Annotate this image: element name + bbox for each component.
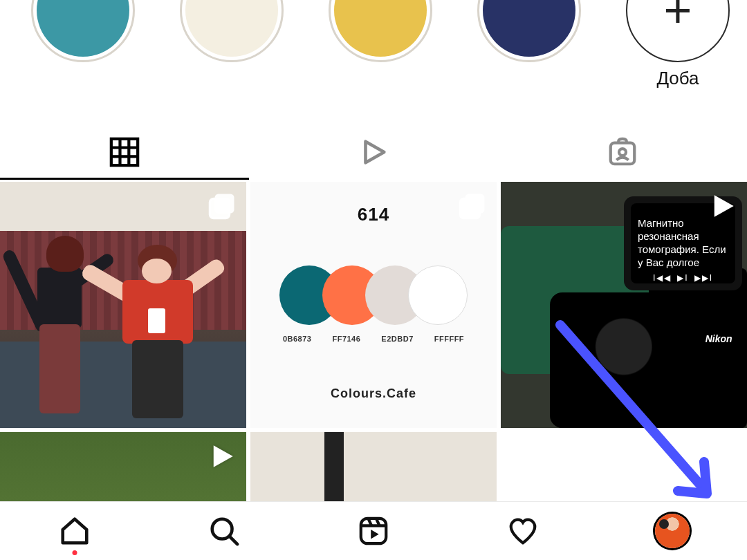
plus-icon: + [664,0,692,35]
svg-rect-0 [111,139,138,165]
palette-swatches [250,265,497,325]
tagged-icon [607,136,638,168]
post-thumbnail[interactable] [0,182,246,428]
highlight-add[interactable]: + Доба [626,0,730,89]
post-thumbnail[interactable] [250,432,497,501]
highlight-item[interactable] [329,0,432,62]
highlight-item[interactable] [31,0,135,62]
svg-rect-13 [361,519,386,543]
post-thumbnail[interactable] [501,432,747,501]
carousel-icon [208,192,237,221]
posts-grid: 614 0B6873 FF7146 E2DBD7 FFFFFF Colours.… [0,182,747,501]
post-thumbnail[interactable] [0,432,246,501]
svg-rect-10 [461,199,480,218]
profile-avatar [655,514,690,548]
svg-rect-5 [611,143,635,165]
highlight-item[interactable] [180,0,284,62]
search-icon [208,515,240,547]
video-play-icon [708,192,737,221]
svg-line-12 [230,537,238,545]
post-thumbnail[interactable]: Nikon Магнитно резонансная томография. Е… [501,182,747,428]
highlight-add-label: Доба [656,68,699,89]
camera-brand-label: Nikon [706,333,732,344]
highlight-cover [334,0,427,57]
palette-brand: Colours.Cafe [250,386,497,401]
tab-reels[interactable] [249,124,498,180]
heart-icon [507,515,539,547]
palette-hex-row: 0B6873 FF7146 E2DBD7 FFFFFF [250,335,497,343]
nav-home[interactable] [57,514,92,548]
nav-profile[interactable] [655,514,690,548]
profile-tabs [0,124,747,180]
play-outline-icon [358,136,389,168]
reels-icon [358,515,389,547]
nav-search[interactable] [207,514,241,548]
nav-activity[interactable] [506,514,540,548]
highlight-cover [37,0,129,57]
highlight-item[interactable] [477,0,581,62]
svg-rect-8 [210,199,230,218]
nav-reels[interactable] [356,514,391,548]
story-highlights-row[interactable]: + Доба [0,0,747,76]
svg-point-6 [619,149,626,156]
tab-grid[interactable] [0,124,249,180]
notification-dot [73,550,77,555]
highlight-cover [185,0,278,57]
bottom-nav [0,501,747,560]
carousel-icon [458,192,487,221]
post-thumbnail[interactable]: 614 0B6873 FF7146 E2DBD7 FFFFFF Colours.… [250,182,497,428]
grid-icon [109,136,140,168]
home-icon [59,515,91,547]
tab-tagged[interactable] [498,124,747,180]
video-play-icon [208,442,237,471]
highlight-cover [483,0,575,57]
teleprompter-text: Магнитно резонансная томография. Если у … [638,217,728,269]
